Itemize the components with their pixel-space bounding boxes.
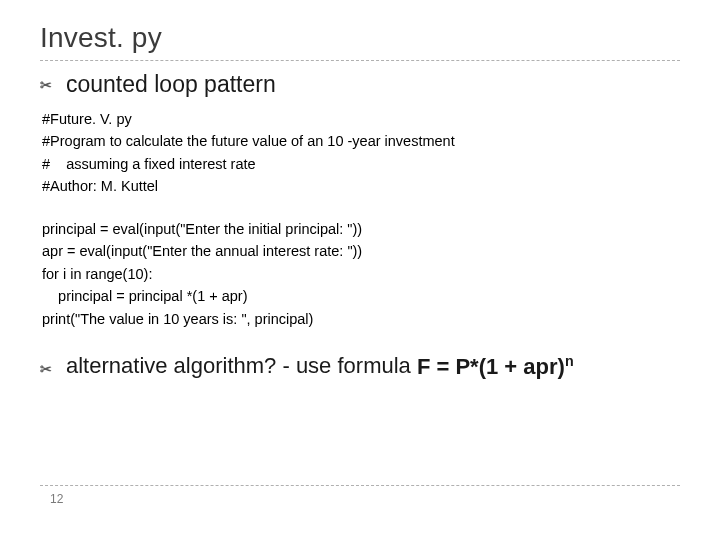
slide-title: Invest. py bbox=[40, 22, 680, 54]
code-line: for i in range(10): bbox=[42, 263, 680, 285]
code-line: #Program to calculate the future value o… bbox=[42, 130, 680, 152]
spacer bbox=[40, 198, 680, 218]
code-line: principal = eval(input("Enter the initia… bbox=[42, 218, 680, 240]
code-line: apr = eval(input("Enter the annual inter… bbox=[42, 240, 680, 262]
alt-formula-exponent: n bbox=[565, 352, 574, 368]
code-line: # assuming a fixed interest rate bbox=[42, 153, 680, 175]
code-block-body: principal = eval(input("Enter the initia… bbox=[42, 218, 680, 330]
title-divider bbox=[40, 60, 680, 61]
slide-footer: 12 bbox=[40, 485, 680, 506]
code-line: #Author: M. Kuttel bbox=[42, 175, 680, 197]
slide: Invest. py ✂ counted loop pattern #Futur… bbox=[0, 0, 720, 540]
alt-formula-base: F = P*(1 + apr) bbox=[417, 354, 565, 379]
page-number: 12 bbox=[50, 492, 680, 506]
bullet-item-2: ✂ alternative algorithm? - use formula F… bbox=[40, 352, 680, 379]
code-line: #Future. V. py bbox=[42, 108, 680, 130]
code-block-comments: #Future. V. py #Program to calculate the… bbox=[42, 108, 680, 198]
bullet-icon: ✂ bbox=[40, 78, 52, 92]
bullet-item-1: ✂ counted loop pattern bbox=[40, 71, 680, 98]
alt-text: alternative algorithm? - use formula F =… bbox=[66, 352, 574, 379]
alt-formula: F = P*(1 + apr)n bbox=[417, 354, 574, 379]
code-line: principal = principal *(1 + apr) bbox=[42, 285, 680, 307]
bullet-text-1: counted loop pattern bbox=[66, 71, 276, 98]
alt-prefix: alternative algorithm? - use formula bbox=[66, 354, 417, 379]
bullet-icon: ✂ bbox=[40, 362, 52, 376]
code-line: print("The value in 10 years is: ", prin… bbox=[42, 308, 680, 330]
footer-divider bbox=[40, 485, 680, 486]
